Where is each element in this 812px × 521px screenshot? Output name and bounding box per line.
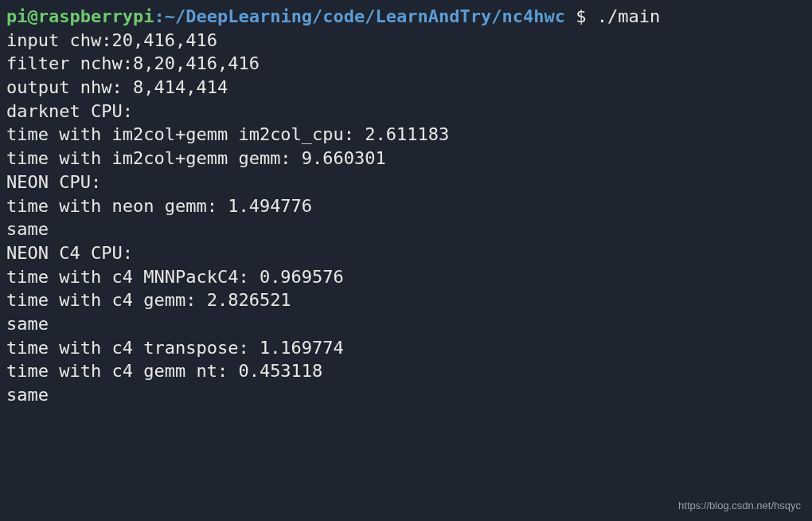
output-line: time with c4 gemm: 2.826521 <box>6 288 806 312</box>
output-line: filter nchw:8,20,416,416 <box>6 52 806 76</box>
output-line: darknet CPU: <box>6 100 806 123</box>
output-line: same <box>6 217 806 241</box>
terminal-window[interactable]: pi@raspberrypi:~/DeepLearning/code/Learn… <box>6 5 806 407</box>
output-line: same <box>6 312 806 336</box>
output-line: time with c4 gemm nt: 0.453118 <box>6 359 806 383</box>
output-line: NEON CPU: <box>6 170 806 194</box>
prompt-separator: : <box>154 6 164 26</box>
output-line: same <box>6 383 806 407</box>
prompt-line: pi@raspberrypi:~/DeepLearning/code/Learn… <box>6 5 806 29</box>
prompt-symbol: $ <box>576 6 597 26</box>
output-line: time with im2col+gemm im2col_cpu: 2.6111… <box>6 123 806 147</box>
output-line: time with c4 transpose: 1.169774 <box>6 336 806 360</box>
output-line: NEON C4 CPU: <box>6 241 806 265</box>
watermark-text: https://blog.csdn.net/hsqyc <box>678 499 801 513</box>
prompt-user: pi@raspberrypi <box>6 6 154 26</box>
prompt-path: ~/DeepLearning/code/LearnAndTry/nc4hwc <box>165 6 576 26</box>
output-line: input chw:20,416,416 <box>6 29 806 53</box>
output-line: time with c4 MNNPackC4: 0.969576 <box>6 265 806 289</box>
output-line: output nhw: 8,414,414 <box>6 76 806 100</box>
output-line: time with neon gemm: 1.494776 <box>6 194 806 218</box>
command-input[interactable]: ./main <box>597 6 660 26</box>
output-line: time with im2col+gemm gemm: 9.660301 <box>6 147 806 170</box>
